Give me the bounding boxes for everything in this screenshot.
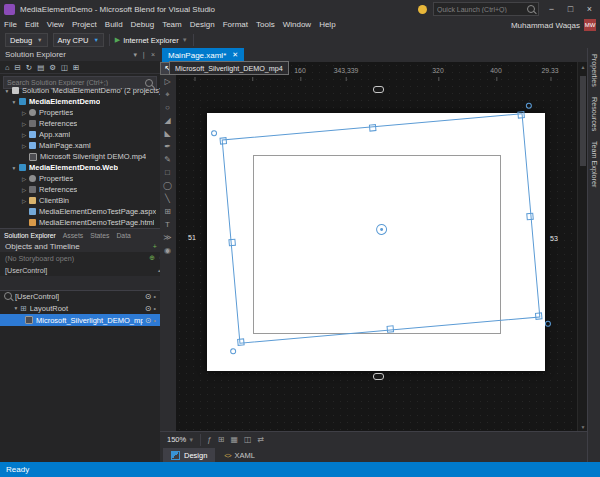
expander-icon[interactable]: ▷ <box>20 187 28 193</box>
selection-handle-top-right[interactable] <box>517 111 525 119</box>
configuration-dropdown[interactable]: Debug▼ <box>5 33 48 47</box>
snap-grid-icon[interactable]: ⊞ <box>218 435 225 444</box>
layout-grid-tool-icon[interactable]: ⊞ <box>160 205 175 218</box>
tree-item-web-project[interactable]: ▾MediaElementDemo.Web <box>0 162 160 173</box>
tab-solution-explorer[interactable]: Solution Explorer <box>4 232 56 239</box>
show-all-files-icon[interactable]: ▤ <box>37 63 44 72</box>
tab-data[interactable]: Data <box>116 232 130 239</box>
pin-icon[interactable]: ❘ <box>141 48 147 61</box>
text-tool-icon[interactable]: T <box>160 218 175 231</box>
camera-orbit-tool-icon[interactable]: ◉ <box>160 244 175 257</box>
tab-design-view[interactable]: Design <box>163 448 215 462</box>
tree-item-references[interactable]: ▷References <box>0 118 160 129</box>
expander-icon[interactable]: ▾ <box>12 305 20 311</box>
menu-help[interactable]: Help <box>315 18 339 32</box>
selection-handle-bottom-left[interactable] <box>237 338 245 346</box>
visibility-eye-icon[interactable]: ⊙ <box>145 316 152 325</box>
objects-item-mediaelement[interactable]: Microsoft_Silverlight_DEMO_mp4 ⊙ • <box>0 314 160 326</box>
quick-launch-input[interactable]: Quick Launch (Ctrl+Q) <box>433 2 539 16</box>
show-gridlines-icon[interactable]: ▦ <box>230 435 238 444</box>
line-tool-icon[interactable]: ╲ <box>160 192 175 205</box>
assets-tool-icon[interactable]: ≫ <box>160 231 175 244</box>
selection-handle-left[interactable] <box>228 238 236 246</box>
lock-dot-icon[interactable]: • <box>154 293 156 300</box>
pan-tool-icon[interactable]: ⌖ <box>160 88 175 101</box>
expander-icon[interactable]: ▷ <box>20 176 28 182</box>
rectangle-tool-icon[interactable]: □ <box>160 166 175 179</box>
rotation-handle[interactable] <box>526 102 533 109</box>
menu-view[interactable]: View <box>43 18 68 32</box>
tree-item-properties[interactable]: ▷Properties <box>0 173 160 184</box>
add-storyboard-icon[interactable]: ⊕ <box>149 254 155 262</box>
tree-item-mp4[interactable]: Microsoft Silverlight DEMO.mp4 <box>0 151 160 162</box>
tab-properties[interactable]: Properties <box>590 54 599 87</box>
zoom-level-dropdown[interactable]: 150% ▼ <box>167 435 194 444</box>
menu-debug[interactable]: Debug <box>127 18 159 32</box>
sync-icon[interactable]: ↻ <box>26 63 32 72</box>
zoom-tool-icon[interactable]: ○ <box>160 101 175 114</box>
tree-item-project[interactable]: ▾MediaElementDemo <box>0 96 160 107</box>
tree-item-appxaml[interactable]: ▷App.xaml <box>0 129 160 140</box>
tab-xaml-view[interactable]: <> XAML <box>216 448 263 462</box>
expander-icon[interactable]: ▷ <box>20 132 28 138</box>
menu-project[interactable]: Project <box>68 18 101 32</box>
eyedropper-tool-icon[interactable]: ◢ <box>160 114 175 127</box>
lock-dot-icon[interactable]: • <box>154 305 156 312</box>
objects-item-usercontrol[interactable]: [UserControl] ⊙ • <box>0 290 160 302</box>
properties-icon[interactable]: ⚙ <box>49 63 56 72</box>
direct-selection-tool-icon[interactable]: ▷ <box>160 75 175 88</box>
selection-handle-top-left[interactable] <box>219 137 227 145</box>
refresh-icon[interactable]: ⊞ <box>73 63 79 72</box>
close-panel-icon[interactable]: × <box>151 48 155 61</box>
objects-item-layoutroot[interactable]: ▾ ⊞ LayoutRoot ⊙ • <box>0 302 160 314</box>
close-tab-icon[interactable]: ✕ <box>232 51 238 59</box>
menu-file[interactable]: File <box>0 18 21 32</box>
tree-item-references[interactable]: ▷References <box>0 184 160 195</box>
menu-design[interactable]: Design <box>186 18 219 32</box>
annotations-toggle-icon[interactable]: ⇄ <box>258 435 265 444</box>
selection-handle-bottom[interactable] <box>387 325 395 333</box>
expander-icon[interactable]: ▷ <box>20 110 28 116</box>
notification-icon[interactable] <box>418 5 427 14</box>
bottom-anchor-icon[interactable] <box>373 373 384 380</box>
menu-format[interactable]: Format <box>219 18 252 32</box>
start-debugging-button[interactable]: ▶ Internet Explorer ▼ <box>115 36 188 45</box>
design-surface[interactable]: 27.33 80 160 343,339 320 400 29.33 <box>176 62 578 432</box>
paint-bucket-tool-icon[interactable]: ◣ <box>160 127 175 140</box>
selection-rectangle[interactable] <box>222 113 541 344</box>
visibility-eye-icon[interactable]: ⊙ <box>145 292 152 301</box>
tree-item-solution[interactable]: ▾Solution 'MediaElementDemo' (2 projects… <box>0 85 160 96</box>
user-name[interactable]: Muhammad Waqas <box>511 21 580 30</box>
scope-breadcrumb[interactable]: [UserControl] ▴▾ <box>0 264 161 276</box>
tree-item-mainpagexaml[interactable]: ▷MainPage.xaml <box>0 140 160 151</box>
new-storyboard-icon[interactable]: + <box>153 240 157 253</box>
menu-build[interactable]: Build <box>101 18 127 32</box>
rotation-center-anchor[interactable] <box>376 223 388 235</box>
close-button[interactable]: × <box>583 2 596 16</box>
selection-handle-right[interactable] <box>526 212 534 220</box>
expander-icon[interactable]: ▷ <box>20 198 28 204</box>
visibility-eye-icon[interactable]: ⊙ <box>145 304 152 313</box>
menu-team[interactable]: Team <box>158 18 186 32</box>
pencil-tool-icon[interactable]: ✎ <box>160 153 175 166</box>
effects-toggle-icon[interactable]: ƒ <box>207 435 211 444</box>
expander-icon[interactable]: ▾ <box>10 99 18 105</box>
avatar[interactable]: MW <box>584 19 596 31</box>
platform-dropdown[interactable]: Any CPU▼ <box>53 33 104 47</box>
scrollbar-thumb[interactable] <box>580 76 586 166</box>
tree-item-properties[interactable]: ▷Properties <box>0 107 160 118</box>
tab-team-explorer[interactable]: Team Explorer <box>590 141 599 187</box>
window-position-icon[interactable]: ▾ <box>134 48 138 61</box>
lock-dot-icon[interactable]: • <box>154 317 156 324</box>
expander-icon[interactable]: ▷ <box>20 121 28 127</box>
expander-icon[interactable]: ▾ <box>3 88 11 94</box>
selection-handle-top[interactable] <box>369 124 377 132</box>
tab-resources[interactable]: Resources <box>590 97 599 131</box>
menu-edit[interactable]: Edit <box>21 18 43 32</box>
selection-handle-bottom-right[interactable] <box>535 312 543 320</box>
menu-tools[interactable]: Tools <box>252 18 279 32</box>
tab-mainpage-xaml[interactable]: MainPage.xaml* ✕ <box>162 48 244 62</box>
home-icon[interactable]: ⌂ <box>5 63 10 72</box>
snap-to-snaplines-icon[interactable]: ◫ <box>244 435 252 444</box>
tree-item-testpage-html[interactable]: MediaElementDemoTestPage.html <box>0 217 160 228</box>
